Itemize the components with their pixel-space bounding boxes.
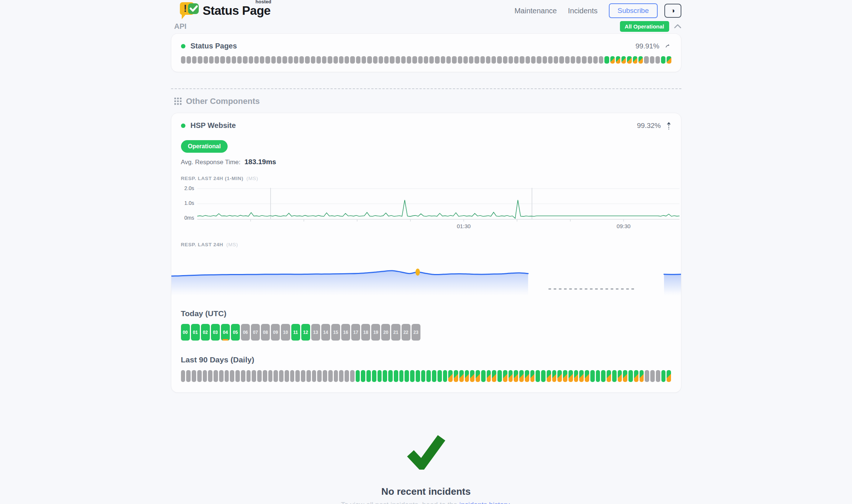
hour-cell: 03 (211, 324, 220, 341)
other-components-header: Other Components (174, 97, 681, 106)
uptime-cell (661, 56, 665, 64)
line-chart-svg: 01:3009:30 (197, 186, 680, 230)
brand-logo[interactable]: ! Status Page hosted (179, 1, 271, 20)
uptime-cell (640, 370, 644, 382)
uptime-cell (299, 56, 304, 64)
svg-text:09:30: 09:30 (617, 223, 631, 229)
uptime-cell (537, 56, 541, 64)
chart1-title: RESP. LAST 24H (1-MIN) (181, 176, 244, 181)
uptime-cell (590, 370, 595, 382)
uptime-cell (274, 370, 278, 382)
uptime-cell (559, 56, 564, 64)
uptime-cell (367, 56, 372, 64)
hsp-website-card: HSP Website 99.32% Operational Avg. Resp… (171, 113, 681, 393)
uptime-cell (623, 370, 627, 382)
uptime-cell (246, 370, 251, 382)
uptime-cell (384, 56, 389, 64)
uptime-cell (230, 370, 234, 382)
uptime-cell (568, 370, 573, 382)
uptime-cell (225, 370, 229, 382)
uptime-cell (452, 56, 456, 64)
uptime-cell (405, 370, 409, 382)
uptime-cell (416, 370, 420, 382)
theme-toggle-button[interactable]: ◑ (664, 4, 681, 18)
hour-cell: 08 (261, 324, 270, 341)
hour-cell: 20 (381, 324, 390, 341)
brand-name: Status Page (203, 4, 271, 17)
uptime-cell (362, 56, 366, 64)
uptime-cell (290, 370, 295, 382)
refresh-icon[interactable] (665, 43, 671, 50)
uptime-cell (667, 370, 671, 382)
uptime-cell (514, 370, 518, 382)
uptime-cell (503, 370, 507, 382)
uptime-cell (548, 56, 553, 64)
hour-cell: 11 (291, 324, 300, 341)
uptime-cell (192, 370, 196, 382)
uptime-cell (220, 56, 225, 64)
uptime-cell (215, 56, 219, 64)
chevron-up-icon[interactable] (674, 24, 681, 28)
uptime-cell (470, 370, 474, 382)
uptime-cell (219, 370, 224, 382)
site-header: ! Status Page hosted Maintenance Inciden… (0, 0, 852, 19)
chart2-label: RESP. LAST 24H (MS) (181, 242, 671, 247)
hour-cell: 19 (371, 324, 380, 341)
hour-cell: 04 (221, 324, 230, 341)
uptime-cell (638, 56, 643, 64)
uptime-cell (373, 56, 378, 64)
hour-cell: 21 (391, 324, 400, 341)
no-incidents-subtext: To view all past incidents, head to the … (171, 501, 681, 504)
uptime-cell (394, 370, 398, 382)
uptime-cell (235, 370, 240, 382)
uptime-cell (565, 56, 570, 64)
component-name: HSP Website (191, 121, 236, 130)
uptime-cell (361, 370, 365, 382)
subscribe-button[interactable]: Subscribe (609, 3, 658, 18)
uptime-cell (366, 370, 371, 382)
response-line-chart: 2.0s 1.0s 0ms 01:3009:30 (181, 186, 679, 231)
uptime-cell (306, 370, 311, 382)
uptime-cell (585, 370, 589, 382)
hour-cell: 07 (251, 324, 260, 341)
uptime-cell (237, 56, 242, 64)
chart1-unit: (MS) (246, 176, 258, 181)
nav-maintenance[interactable]: Maintenance (514, 7, 557, 15)
uptime-cell (543, 56, 547, 64)
subtext-suffix: . (509, 501, 511, 504)
incidents-history-link[interactable]: incidents history (459, 501, 509, 504)
brand-hosted-tag: hosted (255, 0, 271, 4)
uptime-cell (633, 56, 637, 64)
uptime-cell (469, 56, 473, 64)
grid-icon (174, 98, 182, 105)
uptime-cell (252, 370, 256, 382)
uptime-cell (192, 56, 197, 64)
uptime-cell (383, 370, 387, 382)
uptime-cell (520, 56, 524, 64)
uptime-cell (604, 56, 609, 64)
uptime-cell (443, 370, 447, 382)
nav-incidents[interactable]: Incidents (568, 7, 597, 15)
uptime-cell (181, 56, 185, 64)
uptime-cell (588, 56, 592, 64)
uptime-cell (599, 56, 603, 64)
uptime-cell (446, 56, 451, 64)
collapse-up-icon[interactable] (666, 122, 671, 130)
hour-cell: 17 (351, 324, 360, 341)
uptime-cell (209, 56, 214, 64)
uptime-cell (407, 56, 411, 64)
hour-cell: 14 (321, 324, 330, 341)
uptime-cell (390, 56, 394, 64)
api-component-card: Status Pages 99.91% (171, 33, 681, 72)
uptime-cell (328, 370, 333, 382)
uptime-cell (571, 56, 575, 64)
uptime-cell (435, 56, 439, 64)
svg-text:01:30: 01:30 (457, 223, 471, 229)
status-badge[interactable]: All Operational (620, 21, 669, 32)
uptime-cell (254, 56, 259, 64)
uptime-cell (465, 370, 469, 382)
uptime-cell (574, 370, 578, 382)
uptime-cell (350, 370, 355, 382)
uptime-cell (316, 56, 321, 64)
hour-cell: 06 (241, 324, 250, 341)
